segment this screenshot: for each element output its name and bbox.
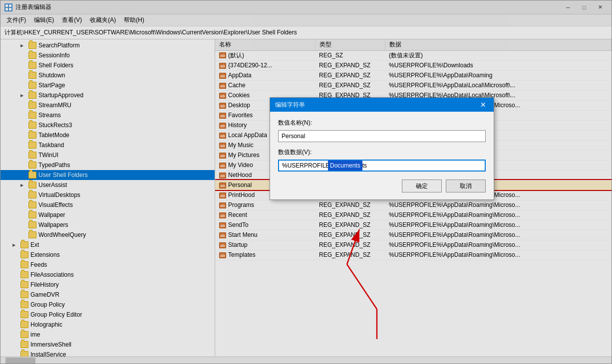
menu-favorites[interactable]: 收藏夹(A) — [86, 15, 120, 25]
col-name-header[interactable]: 名称 — [215, 39, 315, 50]
table-row[interactable]: abCache REG_EXPAND_SZ %USERPROFILE%\AppD… — [215, 80, 612, 90]
table-row[interactable]: abRecent REG_EXPAND_SZ %USERPROFILE%\App… — [215, 210, 612, 220]
ok-button[interactable]: 确定 — [402, 180, 442, 192]
tree-item-label: Holographic — [30, 321, 62, 328]
tree-item[interactable]: Wallpaper — [0, 210, 215, 220]
modal-buttons: 确定 取消 — [278, 180, 486, 192]
tree-item[interactable]: VirtualDesktops — [0, 190, 215, 200]
reg-value-icon: ab — [219, 93, 226, 99]
tree-item[interactable]: ▶ StartupApproved — [0, 90, 215, 100]
tree-item[interactable]: SessionInfo — [0, 50, 215, 60]
reg-value-icon: ab — [219, 242, 226, 248]
table-row[interactable]: abStartup REG_EXPAND_SZ %USERPROFILE%\Ap… — [215, 240, 612, 250]
tree-item[interactable]: TabletMode — [0, 130, 215, 140]
tree-panel[interactable]: ▶ SearchPlatform SessionInfo Shell Folde… — [0, 39, 215, 357]
reg-data: %USERPROFILE%\AppData\Roaming\Microso... — [385, 210, 612, 220]
tree-item[interactable]: StreamMRU — [0, 100, 215, 110]
bottom-scrollbar[interactable] — [0, 357, 612, 364]
tree-item-label: FileHistory — [30, 281, 59, 288]
folder-icon — [28, 191, 36, 198]
tree-item[interactable]: ime — [0, 330, 215, 340]
reg-value-icon: ab — [219, 113, 226, 119]
table-row[interactable]: ab(默认) REG_SZ (数值未设置) — [215, 50, 612, 60]
tree-item-label: VirtualDesktops — [38, 191, 80, 198]
menu-edit[interactable]: 编辑(E) — [30, 15, 58, 25]
tree-item[interactable]: ▶ SearchPlatform — [0, 40, 215, 50]
value-input[interactable] — [278, 160, 486, 172]
folder-icon — [28, 122, 36, 129]
tree-item[interactable]: TypedPaths — [0, 160, 215, 170]
reg-type: REG_EXPAND_SZ — [315, 220, 385, 230]
menu-bar: 文件(F) 编辑(E) 查看(V) 收藏夹(A) 帮助(H) — [0, 14, 612, 26]
name-input[interactable] — [278, 130, 486, 142]
tree-item-label: VisualEffects — [38, 201, 73, 208]
menu-file[interactable]: 文件(F) — [2, 15, 30, 25]
tree-item[interactable]: User Shell Folders — [0, 170, 215, 180]
close-button[interactable]: ✕ — [593, 2, 608, 12]
window-controls: ─ □ ✕ — [561, 2, 608, 12]
table-row[interactable]: abPrograms REG_EXPAND_SZ %USERPROFILE%\A… — [215, 200, 612, 210]
col-data-header[interactable]: 数据 — [385, 39, 612, 50]
tree-item[interactable]: WordWheelQuery — [0, 230, 215, 240]
tree-item[interactable]: ▶ Ext — [0, 240, 215, 250]
tree-item[interactable]: Holographic — [0, 320, 215, 330]
tree-item[interactable]: Group Policy Editor — [0, 310, 215, 320]
tree-item[interactable]: ▶ UserAssist — [0, 180, 215, 190]
reg-name: abStart Menu — [215, 230, 315, 240]
table-row[interactable]: abTemplates REG_EXPAND_SZ %USERPROFILE%\… — [215, 250, 612, 260]
menu-view[interactable]: 查看(V) — [58, 15, 86, 25]
col-type-header[interactable]: 类型 — [315, 39, 385, 50]
tree-item[interactable]: Wallpapers — [0, 220, 215, 230]
tree-expander[interactable]: ▶ — [12, 243, 19, 247]
edit-string-dialog[interactable]: 编辑字符串 ✕ 数值名称(N): 数值数据(V): Documents 确定 取… — [270, 97, 494, 200]
tree-item-label: Wallpaper — [38, 211, 65, 218]
tree-item-label: StreamMRU — [38, 102, 71, 109]
tree-item[interactable]: TWinUI — [0, 150, 215, 160]
tree-expander[interactable]: ▶ — [20, 43, 27, 48]
tree-item-label: TabletMode — [38, 132, 69, 139]
minimize-button[interactable]: ─ — [561, 2, 576, 12]
table-row[interactable]: ab{374DE290-12... REG_EXPAND_SZ %USERPRO… — [215, 60, 612, 70]
data-label: 数值数据(V): — [278, 148, 486, 157]
table-row[interactable]: abSendTo REG_EXPAND_SZ %USERPROFILE%\App… — [215, 220, 612, 230]
tree-item[interactable]: FileAssociations — [0, 270, 215, 280]
reg-type: REG_EXPAND_SZ — [315, 210, 385, 220]
folder-icon — [20, 271, 28, 278]
tree-item-label: Group Policy — [30, 301, 65, 308]
tree-item[interactable]: StuckRects3 — [0, 120, 215, 130]
tree-item[interactable]: FileHistory — [0, 280, 215, 290]
reg-data: %USERPROFILE%\AppData\Roaming\Microso... — [385, 200, 612, 210]
tree-item[interactable]: Shutdown — [0, 70, 215, 80]
tree-item-label: WordWheelQuery — [38, 231, 86, 238]
tree-item[interactable]: Shell Folders — [0, 60, 215, 70]
tree-item[interactable]: Feeds — [0, 260, 215, 270]
tree-item[interactable]: Taskband — [0, 140, 215, 150]
tree-scroll: ▶ SearchPlatform SessionInfo Shell Folde… — [0, 39, 215, 357]
tree-item[interactable]: Extensions — [0, 250, 215, 260]
folder-icon — [20, 321, 28, 328]
table-row[interactable]: abStart Menu REG_EXPAND_SZ %USERPROFILE%… — [215, 230, 612, 240]
tree-item[interactable]: VisualEffects — [0, 200, 215, 210]
tree-item[interactable]: GameDVR — [0, 290, 215, 300]
tree-item-label: Extensions — [30, 251, 60, 258]
cancel-button[interactable]: 取消 — [446, 180, 486, 192]
tree-item[interactable]: Streams — [0, 110, 215, 120]
tree-item[interactable]: Group Policy — [0, 300, 215, 310]
reg-value-icon: ab — [219, 63, 226, 69]
maximize-button[interactable]: □ — [577, 2, 592, 12]
h-scroll-thumb[interactable] — [5, 358, 35, 364]
tree-expander[interactable]: ▶ — [20, 93, 27, 98]
tree-expander[interactable]: ▶ — [20, 183, 27, 187]
tree-item-label: SessionInfo — [38, 52, 70, 59]
tree-item[interactable]: StartPage — [0, 80, 215, 90]
tree-item[interactable]: InstallService — [0, 350, 215, 357]
tree-item-label: ime — [30, 331, 40, 338]
tree-item-label: Shutdown — [38, 72, 65, 79]
folder-icon — [28, 42, 36, 49]
tree-item-label: GameDVR — [30, 291, 59, 298]
tree-item[interactable]: ImmersiveShell — [0, 340, 215, 350]
reg-type: REG_EXPAND_SZ — [315, 250, 385, 260]
menu-help[interactable]: 帮助(H) — [120, 15, 148, 25]
table-row[interactable]: abAppData REG_EXPAND_SZ %USERPROFILE%\Ap… — [215, 70, 612, 80]
modal-close-button[interactable]: ✕ — [478, 99, 489, 110]
